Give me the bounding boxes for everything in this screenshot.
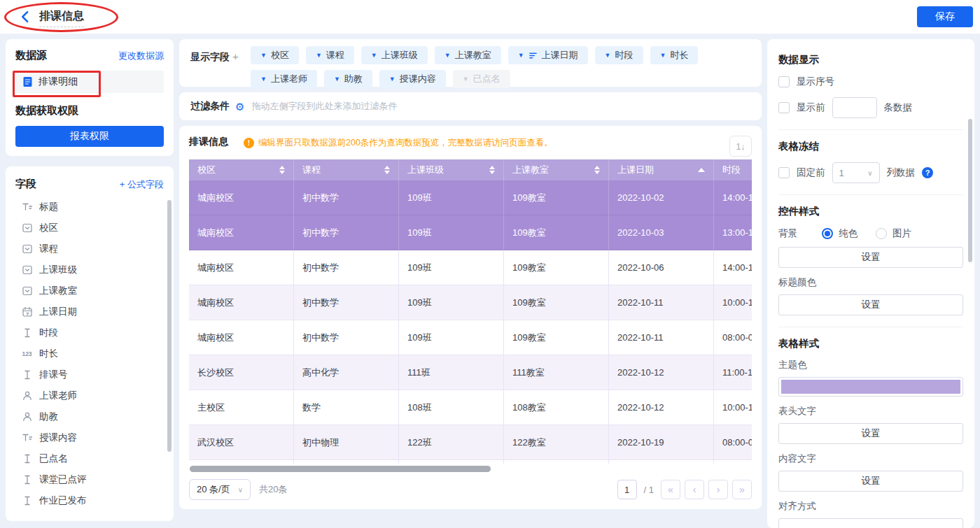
column-header-date[interactable]: 上课日期 — [609, 159, 714, 180]
chip-classroom[interactable]: ▼上课教室 — [435, 46, 501, 64]
table-cell: 城南校区 — [189, 320, 294, 355]
field-label: 已点名 — [39, 452, 68, 465]
page-title: 排课信息 — [39, 9, 84, 27]
help-icon[interactable]: ? — [922, 167, 933, 178]
show-first-label: 显示前 — [797, 101, 825, 114]
field-item-date[interactable]: 上课日期 — [15, 301, 164, 322]
caret-down-icon: ▼ — [660, 52, 666, 59]
caret-down-icon: ▼ — [334, 76, 340, 83]
table-row[interactable]: 城南校区 初中数学 109班 109教室 2022-10-02 14:00-1 — [189, 180, 752, 215]
field-item-class[interactable]: 上课班级 — [15, 259, 164, 280]
content-text-set-button[interactable]: 设置 — [778, 471, 963, 492]
field-item-assistant[interactable]: 助教 — [15, 406, 164, 427]
table-row[interactable]: 城南校区 初中数学 109班 109教室 2022-10-11 08:00-0 — [189, 320, 752, 355]
rows-suffix-label: 条数据 — [884, 101, 913, 114]
table-row[interactable]: 长沙校区 高中化学 111班 111教室 2022-10-12 11:00-1 — [189, 355, 752, 390]
field-item-reviewed[interactable]: 课堂已点评 — [15, 469, 164, 490]
table-cell: 13:00-1 — [714, 215, 752, 250]
table-cell: 初中数学 — [294, 320, 399, 355]
chip-content[interactable]: ▼授课内容 — [379, 70, 446, 88]
field-item-title[interactable]: 标题 — [15, 197, 164, 217]
chip-date[interactable]: ▼ 上课日期 — [508, 46, 588, 64]
column-header-timeslot[interactable]: 时段 — [714, 159, 752, 180]
caret-down-icon: ▼ — [518, 52, 524, 59]
freeze-count-select[interactable]: 1 ∨ — [832, 162, 880, 183]
fields-card: 字段 + 公式字段 标题 校区 课程 上课班级 上课教室 上课日期 — [6, 166, 174, 521]
background-set-button[interactable]: 设置 — [778, 247, 963, 268]
datasource-item[interactable]: 排课明细 — [15, 71, 164, 93]
table-row[interactable]: 主校区 数学 108班 108教室 2022-10-12 10:00-1 — [189, 390, 752, 425]
field-item-duration[interactable]: 123 时长 — [15, 343, 164, 364]
table-cell: 初中数学 — [294, 215, 399, 250]
display-fields-card: 显示字段+ ▼校区 ▼课程 ▼上课班级 ▼上课教室 ▼ 上课日期 ▼时段 ▼时长… — [179, 39, 762, 87]
chip-course[interactable]: ▼课程 — [306, 46, 354, 64]
change-datasource-link[interactable]: 更改数据源 — [118, 50, 164, 62]
field-item-homework[interactable]: 作业已发布 — [15, 490, 164, 511]
chip-rollcall[interactable]: ▼已点名 — [453, 70, 510, 88]
column-header-classroom[interactable]: 上课教室 — [504, 159, 609, 180]
column-header-class[interactable]: 上课班级 — [399, 159, 504, 180]
add-formula-field-link[interactable]: + 公式字段 — [120, 178, 164, 191]
datasource-heading: 数据源 — [15, 49, 47, 62]
title-color-set-button[interactable]: 设置 — [778, 294, 963, 315]
table-row[interactable]: 城南校区 初中数学 109班 109教室 2022-10-06 14:00-1 — [189, 250, 752, 285]
prev-page-button[interactable]: ‹ — [685, 480, 704, 499]
field-item-rollcall[interactable]: 已点名 — [15, 448, 164, 469]
next-page-button[interactable]: › — [708, 480, 728, 499]
table-row[interactable]: 城南校区 初中数学 109班 109教室 2022-10-03 13:00-1 — [189, 215, 752, 250]
scrollbar-thumb[interactable] — [190, 466, 491, 472]
chip-teacher[interactable]: ▼上课老师 — [251, 70, 317, 88]
table-header-row: 校区 课程 上课班级 上课教室 上课日期 时段 — [189, 159, 752, 180]
table-row[interactable]: 武汉校区 初中物理 122班 122教室 2022-10-19 08:00-0 — [189, 425, 752, 460]
fix-first-label: 固定前 — [797, 166, 825, 179]
table-cell: 城南校区 — [189, 215, 294, 250]
input-icon — [21, 369, 33, 380]
header-text-set-button[interactable]: 设置 — [778, 423, 963, 444]
field-item-content[interactable]: 授课内容 — [15, 427, 164, 448]
show-first-checkbox[interactable] — [778, 102, 790, 113]
field-item-course[interactable]: 课程 — [15, 238, 164, 259]
page-size-select[interactable]: 20 条/页 ∨ — [189, 479, 251, 500]
table-cell: 主校区 — [189, 390, 294, 425]
row-count-input[interactable] — [832, 97, 877, 118]
report-permission-button[interactable]: 报表权限 — [15, 126, 164, 147]
scrollbar[interactable] — [968, 119, 972, 262]
table-cell: 武汉校区 — [189, 425, 294, 460]
image-radio[interactable] — [876, 228, 887, 239]
display-fields-label: 显示字段 — [190, 51, 230, 62]
gear-icon[interactable]: ⚙ — [235, 101, 244, 112]
solid-color-radio[interactable] — [822, 228, 833, 239]
horizontal-scrollbar[interactable] — [189, 466, 752, 472]
field-item-teacher[interactable]: 上课老师 — [15, 385, 164, 406]
back-button[interactable] — [18, 10, 32, 24]
table-cell: 初中数学 — [294, 285, 399, 320]
page-input[interactable]: 1 — [617, 480, 637, 499]
sort-order-button[interactable]: 1↓ — [729, 136, 752, 157]
field-item-timeslot[interactable]: 时段 — [15, 322, 164, 343]
freeze-columns-checkbox[interactable] — [778, 167, 790, 178]
table-row[interactable]: 城南校区 初中数学 109班 109教室 2022-10-11 10:00-1 — [189, 285, 752, 320]
chip-class[interactable]: ▼上课班级 — [361, 46, 428, 64]
save-button[interactable]: 保存 — [917, 6, 973, 27]
chip-timeslot[interactable]: ▼时段 — [595, 46, 643, 64]
field-item-classroom[interactable]: 上课教室 — [15, 280, 164, 301]
chip-assistant[interactable]: ▼助教 — [324, 70, 372, 88]
last-page-button[interactable]: » — [732, 480, 752, 499]
chip-duration[interactable]: ▼时长 — [650, 46, 699, 64]
chip-campus[interactable]: ▼校区 — [251, 46, 299, 64]
show-index-checkbox[interactable] — [778, 76, 790, 87]
column-header-course[interactable]: 课程 — [294, 159, 399, 180]
scrollbar[interactable] — [167, 200, 172, 452]
title-color-label: 标题颜色 — [778, 276, 963, 289]
field-item-campus[interactable]: 校区 — [15, 217, 164, 238]
table-cell: 109教室 — [504, 180, 609, 215]
table-cell: 初中物理 — [294, 425, 399, 460]
theme-color-swatch[interactable] — [778, 377, 963, 397]
table-cell: 城南校区 — [189, 250, 294, 285]
first-page-button[interactable]: « — [661, 480, 680, 499]
background-label: 背景 — [778, 227, 822, 240]
add-display-field-button[interactable]: + — [232, 50, 239, 62]
field-item-schedule-no[interactable]: 排课号 — [15, 364, 164, 385]
align-set-button[interactable] — [778, 518, 963, 528]
column-header-campus[interactable]: 校区 — [189, 159, 294, 180]
